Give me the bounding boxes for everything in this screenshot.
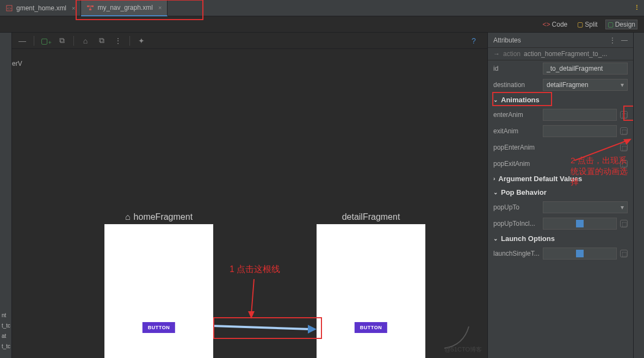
view-design-btn[interactable]: ▢Design xyxy=(605,20,637,29)
attr-popupto-row: popUpTo ▾ xyxy=(488,199,633,215)
launchsingle-checkbox[interactable] xyxy=(543,248,617,260)
id-input[interactable]: _to_detailFragment xyxy=(543,63,628,75)
picker-icon[interactable]: ⬚ xyxy=(620,220,628,227)
annotation-box-picker xyxy=(623,106,633,121)
section-launch[interactable]: ⌄ Launch Options xyxy=(488,232,633,245)
attr-enteranim-row: enterAnim ⬚ xyxy=(488,107,633,123)
annotation-box-animations xyxy=(492,92,552,106)
view-code-btn[interactable]: <>Code xyxy=(541,20,570,29)
canvas-area: — ▢₊ ⧉ ⌂ ⧉ ⋮ ✦ ? erV ⌂ homeFragment BUTT… xyxy=(12,33,487,358)
fragment-home[interactable]: ⌂ homeFragment BUTTON xyxy=(104,212,213,358)
collapse-icon[interactable]: — xyxy=(17,36,27,45)
more-icon[interactable]: ⋮ xyxy=(609,36,616,44)
fragment-detail[interactable]: detailFragment BUTTON xyxy=(317,212,425,358)
help-icon[interactable]: ? xyxy=(469,36,479,45)
annotation-box-arrow xyxy=(213,317,322,339)
xml-icon: <> xyxy=(5,4,13,12)
fragment-preview: BUTTON xyxy=(104,224,213,358)
fragment-preview: BUTTON xyxy=(317,224,425,358)
auto-arrange-icon[interactable]: ✦ xyxy=(137,36,146,45)
attr-destination-row: destination detailFragmen▾ xyxy=(488,77,633,93)
annotation-arrow-2 xyxy=(569,136,633,163)
selection-crumb: → actionaction_homeFragment_to_... xyxy=(488,48,633,60)
gutter-item: nt xyxy=(0,310,11,320)
gutter-item: t_tc xyxy=(0,341,11,351)
svg-line-9 xyxy=(251,279,254,314)
attr-id-row: id _to_detailFragment xyxy=(488,60,633,77)
close-icon[interactable]: × xyxy=(72,5,75,11)
chevron-right-icon: › xyxy=(493,176,495,182)
gutter-item: at xyxy=(0,331,11,341)
right-gutter xyxy=(633,33,644,358)
left-gutter: nt t_tc at t_tc xyxy=(0,33,12,358)
section-animations[interactable]: ⌄ Animations xyxy=(488,93,633,107)
watermark: @51CTO博客 xyxy=(445,345,482,354)
section-popbehavior[interactable]: ⌄ Pop Behavior xyxy=(488,186,633,199)
chevron-down-icon: ▾ xyxy=(621,203,624,211)
view-split-btn[interactable]: ▢Split xyxy=(575,20,599,29)
panel-title: Attributes xyxy=(493,36,521,44)
link-icon[interactable]: ⧉ xyxy=(97,36,107,45)
gutter-item: t_tc xyxy=(0,320,11,331)
more-icon[interactable]: ⋮ xyxy=(113,36,123,45)
code-icon: <> xyxy=(543,21,550,28)
button-widget: BUTTON xyxy=(355,322,387,333)
svg-line-11 xyxy=(574,140,628,161)
tab-label: gment_home.xml xyxy=(16,4,66,12)
fragment-title: detailFragment xyxy=(317,212,425,222)
attributes-panel: Attributes ⋮— → actionaction_homeFragmen… xyxy=(487,33,633,358)
popupto-dropdown[interactable]: ▾ xyxy=(543,201,628,213)
home-icon[interactable]: ⌂ xyxy=(81,36,90,45)
popuptoincl-checkbox[interactable] xyxy=(543,218,617,230)
fragment-title: ⌂ homeFragment xyxy=(104,212,213,222)
home-icon: ⌂ xyxy=(125,212,131,222)
annotation-box-tab xyxy=(76,0,203,20)
chevron-down-icon: ⌄ xyxy=(493,236,498,242)
arrow-icon: → xyxy=(493,50,500,58)
picker-icon[interactable]: ⬚ xyxy=(620,127,628,135)
design-canvas[interactable]: erV ⌂ homeFragment BUTTON detailFragment… xyxy=(12,49,487,358)
sparkle-icon[interactable]: ⠇ xyxy=(635,4,641,12)
nest-graph-icon[interactable]: ⧉ xyxy=(57,36,67,45)
chevron-down-icon: ⌄ xyxy=(493,189,498,195)
annotation-text-1: 1 点击这根线 xyxy=(230,264,280,275)
destination-dropdown[interactable]: detailFragmen▾ xyxy=(543,79,628,91)
minimize-icon[interactable]: — xyxy=(621,36,628,44)
attr-launchsingle-row: launchSingleT... ⬚ xyxy=(488,245,633,262)
picker-icon[interactable]: ⬚ xyxy=(620,250,628,257)
button-widget: BUTTON xyxy=(143,322,175,333)
attributes-header: Attributes ⋮— xyxy=(488,33,633,48)
chevron-down-icon: ▾ xyxy=(621,81,624,89)
canvas-toolbar: — ▢₊ ⧉ ⌂ ⧉ ⋮ ✦ ? xyxy=(12,33,487,49)
exitanim-input[interactable] xyxy=(543,125,617,137)
add-destination-icon[interactable]: ▢₊ xyxy=(41,36,51,45)
annotation-arrow-1 xyxy=(246,276,262,320)
design-icon: ▢ xyxy=(608,21,614,28)
attr-popuptoincl-row: popUpToIncl... ⬚ xyxy=(488,215,633,232)
truncated-text: erV xyxy=(12,60,22,67)
file-tab-home-xml[interactable]: <> gment_home.xml × xyxy=(0,0,81,16)
svg-text:<>: <> xyxy=(7,7,11,10)
split-icon: ▢ xyxy=(577,21,583,28)
enteranim-input[interactable] xyxy=(543,109,617,121)
